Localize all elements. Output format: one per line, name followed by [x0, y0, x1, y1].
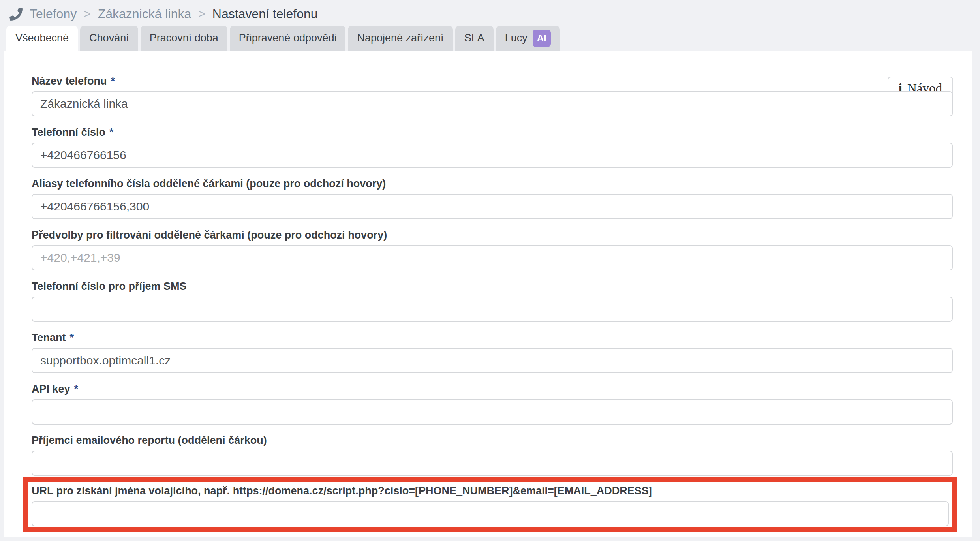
field-label-tenant: Tenant*: [32, 332, 953, 344]
field-input-telefonni-cislo-pro[interactable]: [32, 297, 953, 322]
field-label-text: URL pro získání jména volajícího, např. …: [32, 485, 652, 497]
tab-label: Chování: [89, 32, 129, 44]
field-label-text: Telefonní číslo: [32, 126, 105, 138]
field-input-predvolby-pro-filtrovani[interactable]: [32, 245, 953, 270]
tab-chovani[interactable]: Chování: [80, 26, 138, 51]
form-field-telefonni-cislo: Telefonní číslo*: [32, 126, 953, 168]
form-field-api-key: API key*: [32, 383, 953, 425]
form-field-url-pro-ziskani: URL pro získání jména volajícího, např. …: [32, 485, 949, 526]
required-asterisk: *: [70, 332, 74, 344]
tab-label: Lucy: [505, 32, 528, 44]
form-field-prijemci-emailoveho-reportu: Příjemci emailového reportu (odděleni čá…: [32, 434, 953, 476]
field-label-telefonni-cislo: Telefonní číslo*: [32, 126, 953, 139]
field-label-prijemci-emailoveho-reportu: Příjemci emailového reportu (odděleni čá…: [32, 434, 953, 447]
form-field-telefonni-cislo-pro: Telefonní číslo pro příjem SMS: [32, 280, 953, 322]
annotation-highlight-box: URL pro získání jména volajícího, např. …: [23, 477, 957, 532]
tab-label: Připravené odpovědi: [239, 32, 337, 44]
tab-bar: VšeobecnéChováníPracovní dobaPřipravené …: [6, 26, 560, 51]
field-input-prijemci-emailoveho-reportu[interactable]: [32, 451, 953, 476]
field-label-predvolby-pro-filtrovani: Předvolby pro filtrování oddělené čárkam…: [32, 229, 953, 241]
field-input-url-pro-ziskani[interactable]: [32, 501, 949, 526]
tab-pracovni-doba[interactable]: Pracovní doba: [141, 26, 227, 51]
tab-napojene-zarizeni[interactable]: Napojené zařízení: [348, 26, 452, 51]
breadcrumb-separator: >: [198, 7, 205, 21]
breadcrumb: Telefony>Zákaznická linka>Nastavení tele…: [9, 5, 318, 23]
breadcrumb-separator: >: [84, 7, 91, 21]
field-label-text: Příjemci emailového reportu (odděleni čá…: [32, 434, 267, 446]
field-input-api-key[interactable]: [32, 399, 953, 425]
field-label-text: Aliasy telefonního čísla oddělené čárkam…: [32, 178, 386, 190]
field-input-nazev-telefonu[interactable]: [32, 91, 953, 116]
field-label-text: Telefonní číslo pro příjem SMS: [32, 280, 187, 292]
tab-label: Pracovní doba: [150, 32, 218, 44]
content-panel: i Návod Název telefonu*Telefonní číslo*A…: [4, 51, 972, 537]
form-field-aliasy-telefonniho-cisla: Aliasy telefonního čísla oddělené čárkam…: [32, 178, 953, 219]
required-asterisk: *: [109, 126, 114, 138]
tab-label: Všeobecné: [15, 32, 69, 44]
form-field-tenant: Tenant*: [32, 332, 953, 373]
tab-lucy[interactable]: LucyAI: [496, 26, 560, 51]
field-label-api-key: API key*: [32, 383, 953, 395]
tab-pripravene-odpovedi[interactable]: Připravené odpovědi: [230, 26, 346, 51]
breadcrumb-item-nastaveni-telefonu: Nastavení telefonu: [212, 7, 318, 21]
field-input-tenant[interactable]: [32, 348, 953, 373]
tab-label: Napojené zařízení: [357, 32, 443, 44]
phone-icon: [9, 8, 23, 21]
ai-badge: AI: [533, 30, 551, 47]
field-input-telefonni-cislo[interactable]: [32, 143, 953, 168]
required-asterisk: *: [74, 383, 79, 395]
tab-vseobecne[interactable]: Všeobecné: [6, 26, 78, 51]
field-label-nazev-telefonu: Název telefonu*: [32, 75, 953, 87]
field-label-text: API key: [32, 383, 70, 395]
field-label-text: Předvolby pro filtrování oddělené čárkam…: [32, 229, 387, 241]
breadcrumb-item-telefony[interactable]: Telefony: [30, 7, 77, 21]
breadcrumb-item-zakaznicka-linka[interactable]: Zákaznická linka: [98, 7, 191, 21]
form-field-nazev-telefonu: Název telefonu*: [32, 75, 953, 116]
field-label-text: Tenant: [32, 332, 66, 344]
required-asterisk: *: [111, 75, 115, 87]
field-label-aliasy-telefonniho-cisla: Aliasy telefonního čísla oddělené čárkam…: [32, 178, 953, 190]
form-field-predvolby-pro-filtrovani: Předvolby pro filtrování oddělené čárkam…: [32, 229, 953, 270]
field-label-url-pro-ziskani: URL pro získání jména volajícího, např. …: [32, 485, 949, 497]
field-label-text: Název telefonu: [32, 75, 107, 87]
tab-sla[interactable]: SLA: [455, 26, 494, 51]
field-input-aliasy-telefonniho-cisla[interactable]: [32, 194, 953, 219]
field-label-telefonni-cislo-pro: Telefonní číslo pro příjem SMS: [32, 280, 953, 293]
phone-settings-form: Název telefonu*Telefonní číslo*Aliasy te…: [32, 75, 953, 532]
tab-label: SLA: [464, 32, 484, 44]
